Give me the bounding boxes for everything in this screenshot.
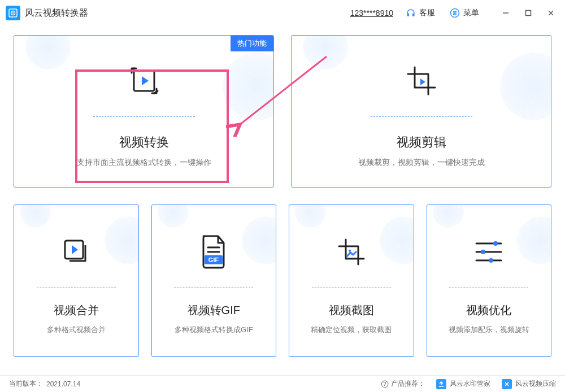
svg-marker-15 xyxy=(72,245,78,254)
card-title: 视频截图 xyxy=(329,303,374,318)
main-content: 热门功能 视频转换 支持市面主流视频格式转换，一键操作 xyxy=(0,26,565,375)
sliders-icon xyxy=(472,227,506,277)
compress-app-icon xyxy=(502,379,512,389)
card-title: 视频转换 xyxy=(119,134,169,151)
headset-icon xyxy=(406,8,416,18)
maximize-button[interactable] xyxy=(522,7,534,19)
card-subtitle: 精确定位视频，获取截图 xyxy=(311,325,392,335)
version-value: 2021.07.14 xyxy=(46,380,80,388)
card-subtitle: 支持市面主流视频格式转换，一键操作 xyxy=(77,158,211,168)
svg-point-26 xyxy=(489,258,493,263)
support-label: 客服 xyxy=(419,8,435,18)
screenshot-icon xyxy=(334,227,368,277)
card-video-edit[interactable]: 视频剪辑 视频裁剪，视频剪辑，一键快速完成 xyxy=(291,35,551,188)
watermark-app-icon xyxy=(436,379,446,389)
question-icon xyxy=(381,380,389,388)
card-title: 视频剪辑 xyxy=(397,134,446,151)
card-video-optimize[interactable]: 视频优化 视频添加配乐，视频旋转 xyxy=(427,204,552,357)
gif-file-icon: GIF xyxy=(199,227,228,277)
svg-text:GIF: GIF xyxy=(208,256,219,263)
close-button[interactable] xyxy=(545,7,557,19)
crop-icon xyxy=(401,55,442,106)
recommend-label: 产品推荐： xyxy=(381,379,425,389)
titlebar: 风云视频转换器 123****8910 客服 菜单 xyxy=(0,0,565,26)
menu-button[interactable]: 菜单 xyxy=(450,8,479,18)
card-video-screenshot[interactable]: 视频截图 精确定位视频，获取截图 xyxy=(289,204,414,357)
card-subtitle: 视频裁剪，视频剪辑，一键快速完成 xyxy=(358,158,485,168)
recommend-watermark[interactable]: 风云水印管家 xyxy=(436,379,490,389)
merge-icon xyxy=(59,227,93,277)
convert-icon xyxy=(124,55,164,106)
support-button[interactable]: 客服 xyxy=(406,8,435,18)
version-label: 当前版本： xyxy=(9,379,43,389)
card-subtitle: 多种视频格式转换成GIF xyxy=(175,325,253,335)
footer: 当前版本： 2021.07.14 产品推荐： 风云水印管家 风云视频压缩 xyxy=(0,375,565,392)
minimize-button[interactable] xyxy=(499,7,512,19)
svg-point-29 xyxy=(385,385,385,386)
recommend-label: 风云视频压缩 xyxy=(515,379,556,389)
svg-point-25 xyxy=(481,250,485,254)
card-title: 视频合并 xyxy=(54,303,99,318)
app-title: 风云视频转换器 xyxy=(25,7,88,19)
card-subtitle: 视频添加配乐，视频旋转 xyxy=(449,325,529,335)
recommend-label: 风云水印管家 xyxy=(450,379,490,389)
svg-point-24 xyxy=(493,241,498,246)
card-title: 视频优化 xyxy=(466,303,511,318)
recommend-compress[interactable]: 风云视频压缩 xyxy=(502,379,556,389)
account-link[interactable]: 123****8910 xyxy=(350,8,393,18)
hot-tag: 热门功能 xyxy=(231,36,273,51)
menu-list-icon xyxy=(450,8,460,18)
card-video-merge[interactable]: 视频合并 多种格式视频合并 xyxy=(14,204,139,357)
card-title: 视频转GIF xyxy=(188,303,240,318)
menu-label: 菜单 xyxy=(463,8,479,18)
svg-point-2 xyxy=(12,12,14,14)
card-video-to-gif[interactable]: GIF 视频转GIF 多种视频格式转换成GIF xyxy=(151,204,277,357)
app-logo-icon xyxy=(6,6,20,20)
svg-marker-13 xyxy=(420,79,425,85)
svg-point-20 xyxy=(349,250,351,252)
card-video-convert[interactable]: 热门功能 视频转换 支持市面主流视频格式转换，一键操作 xyxy=(14,35,274,188)
card-subtitle: 多种格式视频合并 xyxy=(47,325,106,335)
svg-marker-12 xyxy=(142,76,149,85)
svg-rect-8 xyxy=(526,11,531,16)
